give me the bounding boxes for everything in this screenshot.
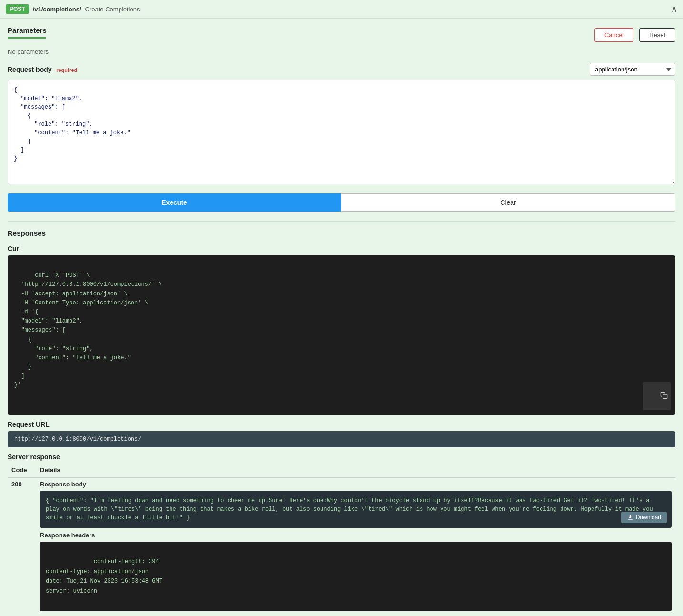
copy-curl-button[interactable] (643, 382, 671, 410)
responses-title: Responses (8, 229, 675, 237)
download-label: Download (636, 514, 661, 521)
divider-1 (8, 221, 675, 222)
response-details-cell: Response body { "content": "I'm feeling … (36, 478, 675, 615)
execute-button[interactable]: Execute (8, 193, 341, 212)
cancel-button[interactable]: Cancel (594, 28, 633, 42)
endpoint-path: /v1/completions/ (33, 6, 81, 13)
server-response-section: Server response Code Details 200 Respons… (8, 453, 675, 614)
request-url-value: http://127.0.0.1:8000/v1/completions/ (8, 431, 675, 447)
collapse-button[interactable]: ∧ (671, 4, 677, 14)
no-parameters-text: No parameters (8, 48, 675, 55)
method-badge: POST (6, 4, 29, 14)
reset-button[interactable]: Reset (639, 28, 675, 42)
parameters-underline (8, 37, 46, 39)
clear-button[interactable]: Clear (341, 193, 675, 212)
request-url-label: Request URL (8, 421, 675, 428)
response-table: Code Details 200 Response body { "conten… (8, 465, 675, 614)
parameters-title-group: Parameters (8, 26, 47, 43)
curl-box: curl -X 'POST' \ 'http://127.0.0.1:8000/… (8, 255, 675, 415)
execute-clear-row: Execute Clear (8, 193, 675, 212)
curl-section: Curl curl -X 'POST' \ 'http://127.0.0.1:… (8, 245, 675, 415)
request-url-section: Request URL http://127.0.0.1:8000/v1/com… (8, 421, 675, 447)
server-response-label: Server response (8, 453, 675, 461)
parameters-title: Parameters (8, 26, 47, 34)
request-body-textarea[interactable] (8, 80, 675, 184)
responses-section: Responses (8, 229, 675, 237)
response-headers-box: content-length: 394 content-type: applic… (40, 542, 672, 611)
endpoint-description: Create Completions (85, 6, 140, 13)
request-body-label-group: Request body required (8, 66, 77, 73)
request-body-editor-wrapper (8, 80, 675, 186)
svg-rect-0 (663, 394, 667, 399)
response-body-box: { "content": "I'm feeling down and need … (40, 491, 672, 528)
content-type-select[interactable]: application/json (590, 63, 675, 76)
table-header-code: Code (8, 465, 36, 478)
response-body-label: Response body (40, 481, 672, 488)
response-headers-content: content-length: 394 content-type: applic… (46, 558, 162, 594)
required-badge: required (56, 67, 77, 73)
response-headers-label: Response headers (40, 532, 672, 539)
response-body-content: { "content": "I'm feeling down and need … (46, 497, 653, 521)
parameters-actions: Cancel Reset (594, 28, 675, 42)
table-row: 200 Response body { "content": "I'm feel… (8, 478, 675, 615)
table-header-details: Details (36, 465, 675, 478)
response-code-cell: 200 (8, 478, 36, 615)
curl-content: curl -X 'POST' \ 'http://127.0.0.1:8000/… (14, 272, 162, 388)
download-button[interactable]: Download (621, 512, 667, 523)
main-content: Parameters Cancel Reset No parameters Re… (0, 19, 683, 616)
top-bar: POST /v1/completions/ Create Completions… (0, 0, 683, 19)
table-header-row: Code Details (8, 465, 675, 478)
request-body-label: Request body (8, 66, 52, 73)
parameters-header: Parameters Cancel Reset (8, 26, 675, 43)
request-body-row: Request body required application/json (8, 63, 675, 76)
curl-label: Curl (8, 245, 675, 252)
